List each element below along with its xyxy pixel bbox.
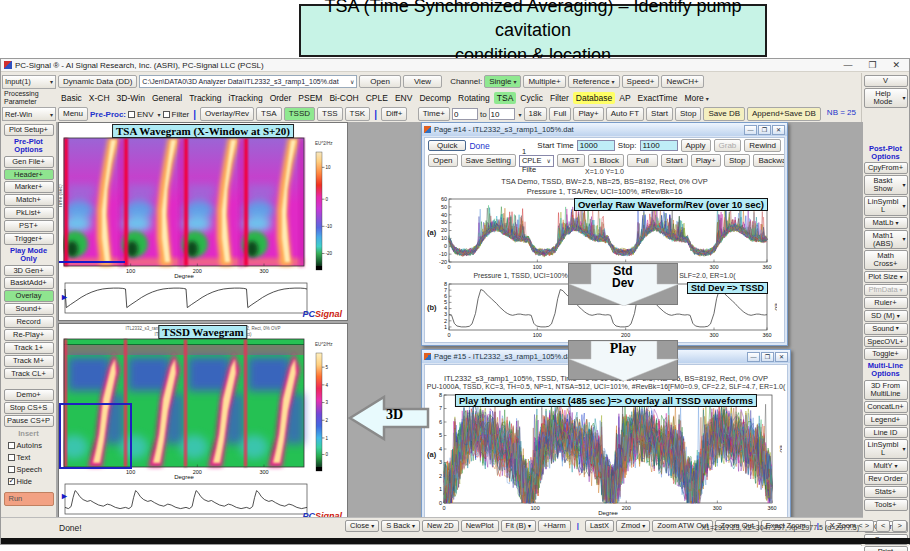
sidebar-item-track-cl[interactable]: Track CL+ ▾ <box>4 368 54 380</box>
sidebar-item-matlb[interactable]: MatLb ▾ <box>864 217 908 229</box>
sidebar-item-rev-order[interactable]: Rev Order ▾ <box>864 473 908 485</box>
filter-checkbox[interactable]: Filter <box>163 110 190 119</box>
sidebar-item-pst[interactable]: PST+ ▾ <box>4 220 54 232</box>
sidebar-item-ruler[interactable]: Ruler+ ▾ <box>864 297 908 309</box>
sidebar-item-legend[interactable]: Legend+ ▾ <box>864 414 908 426</box>
sidebar-item-overlay[interactable]: Overlay ▾ <box>4 290 54 302</box>
single-button[interactable]: Single▾ <box>484 75 521 88</box>
sidebar-item-help-mode[interactable]: Help Mode ▾ <box>864 88 908 108</box>
mode-button-tssd[interactable]: TSSD <box>284 107 315 120</box>
time-control-button-full[interactable]: Full <box>549 107 572 120</box>
processing-tab-basic[interactable]: Basic▾ <box>58 92 85 104</box>
processing-tab-decomp[interactable]: Decomp▾ <box>416 92 454 104</box>
processing-tab-filter[interactable]: Filter▾ <box>547 92 572 104</box>
close-icon[interactable]: ✕ <box>772 125 785 135</box>
close-icon[interactable]: ✕ <box>892 60 900 70</box>
time-control-button-auto-ft[interactable]: Auto FT <box>606 107 644 120</box>
speed-button[interactable]: Speed+ <box>622 75 660 88</box>
processing-tab-itracking[interactable]: iTracking▾ <box>225 92 265 104</box>
sidebar-item-run[interactable]: Run ▾ <box>4 492 54 506</box>
sidebar-item-plot-size[interactable]: Plot Size ▾ <box>864 271 908 283</box>
sidebar-item-pause-cs-p[interactable]: Pause CS+P ▾ <box>4 415 54 427</box>
maximize-icon[interactable]: ❐ <box>758 125 771 135</box>
status-button-lastx[interactable]: LastX ▾ <box>585 520 614 532</box>
sidebar-item-hide[interactable]: Hide ▾ <box>4 476 54 487</box>
sidebar-item-plot-setup[interactable]: Plot Setup+ ▾ <box>4 124 54 136</box>
sidebar-item-specovl[interactable]: SpecOVL+ ▾ <box>864 336 908 348</box>
sidebar-item-match[interactable]: Match+ ▾ <box>4 194 54 206</box>
processing-tab-x-ch[interactable]: X-CH▾ <box>86 92 113 104</box>
sidebar-item-linsymbl-l[interactable]: LinSymbl L ▾ <box>864 439 908 459</box>
sidebar-item-basktadd[interactable]: BasktAdd+ ▾ <box>4 277 54 289</box>
status-button-close[interactable]: Close ▾ <box>345 520 379 532</box>
processing-tab-env[interactable]: ENV▾ <box>392 92 415 104</box>
time-control-button-18k[interactable]: 18k <box>524 107 547 120</box>
time-control-button-nb-25[interactable]: NB = 25 <box>823 107 860 120</box>
reference-button[interactable]: Reference▾ <box>568 75 620 88</box>
full-button[interactable]: Full <box>627 154 658 167</box>
status-button-newplot[interactable]: NewPlot ▾ <box>461 520 499 532</box>
filter-select[interactable]: 1 CPLE Filte∨ <box>519 155 554 167</box>
mode-button-tss[interactable]: TSS <box>317 107 343 120</box>
save-setting-button[interactable]: Save Setting <box>461 154 516 167</box>
sidebar-item-tools[interactable]: Tools+ ▾ <box>864 499 908 511</box>
input-selector[interactable]: Input(1)▾ <box>2 75 56 89</box>
sidebar-item-3d-from-multiline[interactable]: 3D From MultiLine ▾ <box>864 380 908 400</box>
status-button-new-2d[interactable]: New 2D ▾ <box>422 520 459 532</box>
sidebar-item-speech[interactable]: Speech ▾ <box>4 464 54 475</box>
sidebar-item-gen-file[interactable]: Gen File+ ▾ <box>4 156 54 168</box>
time-control-button-play[interactable]: Play+ <box>573 107 603 120</box>
sidebar-item-track-1[interactable]: Track 1+ ▾ <box>4 342 54 354</box>
quick-button[interactable]: Quick <box>428 140 466 151</box>
processing-tab-more[interactable]: More▾ <box>681 92 711 104</box>
grab-button[interactable]: Grab <box>714 139 742 152</box>
processing-tab-psem[interactable]: PSEM▾ <box>295 92 325 104</box>
page14-titlebar[interactable]: Page #14 - ITL2332_s3_ramp1_105%.dat — ❐… <box>422 123 787 136</box>
sidebar-item-cpyfrom[interactable]: CpyFrom+ ▾ <box>864 162 908 174</box>
stop-time-input[interactable] <box>640 140 678 151</box>
sidebar-item-re-play[interactable]: Re-Play+ ▾ <box>4 329 54 341</box>
sidebar-item-header[interactable]: Header+ ▾ <box>4 169 54 181</box>
processing-tab-order[interactable]: Order▾ <box>267 92 295 104</box>
maximize-icon[interactable]: ❐ <box>868 60 876 70</box>
page15-chart[interactable]: 8765432100100200300360DegreeEU <box>430 392 782 516</box>
sidebar-item-line-id[interactable]: Line ID ▾ <box>864 427 908 439</box>
sidebar-item-v[interactable]: V ▾ <box>864 75 908 87</box>
status-button-item[interactable]: > ▾ <box>892 520 906 532</box>
sidebar-item-text[interactable]: Text ▾ <box>4 452 54 463</box>
time-control-button-start[interactable]: Start <box>646 107 673 120</box>
multiple-button[interactable]: Multiple+ <box>523 75 565 88</box>
mgt-button[interactable]: MGT <box>557 154 585 167</box>
processing-tab-database[interactable]: Database▾ <box>573 92 615 104</box>
sidebar-item-sound[interactable]: Sound+ ▾ <box>4 303 54 315</box>
sidebar-item-toggle[interactable]: Toggle+ ▾ <box>864 348 908 360</box>
processing-tab-tsa[interactable]: TSA▾ <box>494 92 517 104</box>
status-button-s-back[interactable]: S Back ▾ <box>381 520 420 532</box>
tsa-wavegram[interactable]: 100200300Degree <box>63 137 315 279</box>
open-button[interactable]: Open <box>359 75 401 88</box>
status-button-zmod[interactable]: Zmod ▾ <box>616 520 650 532</box>
rewind-button[interactable]: Rewind <box>744 139 781 152</box>
processing-tab-tracking[interactable]: Tracking▾ <box>186 92 224 104</box>
file-path-field[interactable]: C:\Jen\DATA0\3D Analyzer Data\ITL2332_s3… <box>139 75 357 88</box>
mode-button-tsa[interactable]: TSA <box>256 107 282 120</box>
processing-tab-general[interactable]: General▾ <box>149 92 185 104</box>
apply-button[interactable]: Apply <box>681 139 711 152</box>
mode-button-overlay-rev[interactable]: Overlay/Rev <box>200 107 254 120</box>
processing-tab-rotating[interactable]: Rotating▾ <box>455 92 493 104</box>
time-control-button-append-save-db[interactable]: Append+Save DB <box>747 107 821 120</box>
sidebar-item-autoins[interactable]: AutoIns ▾ <box>4 440 54 451</box>
sidebar-item-marker[interactable]: Marker+ ▾ <box>4 181 54 193</box>
start-button[interactable]: Start <box>661 154 688 167</box>
time-to-input[interactable] <box>489 108 515 120</box>
sidebar-item-math1-abs[interactable]: Math1 (ABS) ▾ <box>864 230 908 250</box>
backward-button[interactable]: Backward <box>753 154 785 167</box>
time-control-button-stop[interactable]: Stop <box>675 107 701 120</box>
maximize-icon[interactable]: ❐ <box>761 352 774 362</box>
processing-tab-cple[interactable]: CPLE▾ <box>363 92 391 104</box>
play-button[interactable]: Play+ <box>691 154 721 167</box>
sidebar-item-pklist[interactable]: PkList+ ▾ <box>4 207 54 219</box>
time-from-input[interactable] <box>452 108 478 120</box>
status-button-fit-b[interactable]: Fit (B) ▾ <box>501 520 536 532</box>
sidebar-item-sd-m[interactable]: SD (M) ▾ <box>864 310 908 322</box>
